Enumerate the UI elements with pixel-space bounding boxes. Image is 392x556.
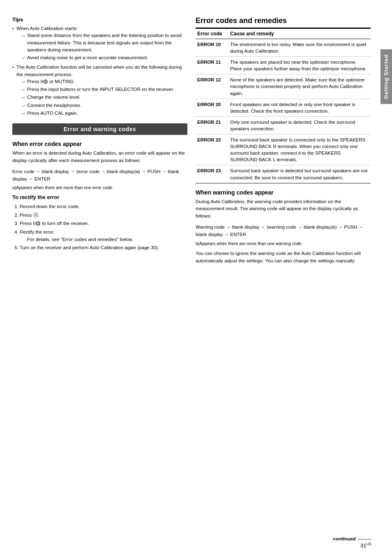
error-codes-title: Error codes and remedies xyxy=(196,16,371,25)
tips-sub-2-1: Press I/⏻ or MUTING. xyxy=(22,78,187,85)
tips-sub-2-5: Press AUTO CAL again. xyxy=(22,110,187,117)
error-table-row: ERROR 12None of the speakers are detecte… xyxy=(196,74,371,99)
tips-sub-2-4: Connect the headphones. xyxy=(22,102,187,109)
rectify-section: To rectify the error Record down the err… xyxy=(12,194,187,251)
warning-codes-body: During Auto Calibration, the warning cod… xyxy=(196,198,371,220)
col-header-code: Error code xyxy=(196,29,228,39)
rectify-steps: Record down the error code. Press ⓧ. Pre… xyxy=(12,203,187,251)
page-footer: continued 31US xyxy=(333,536,371,549)
error-code-cell: ERROR 12 xyxy=(196,74,228,99)
tips-sub-2-3: Change the volume level. xyxy=(22,94,187,101)
col-header-remedy: Cause and remedy xyxy=(228,29,371,39)
error-remedy-cell: None of the speakers are detected. Make … xyxy=(228,74,371,99)
step-3: Press I/⏻ to turn off the receiver. xyxy=(20,220,187,227)
error-table-row: ERROR 22The surround back speaker is con… xyxy=(196,134,371,165)
error-table-row: ERROR 11The speakers are placed too near… xyxy=(196,57,371,74)
warning-codes-extra: You can choose to ignore the warning cod… xyxy=(196,250,371,265)
error-table-row: ERROR 23Surround back speaker is detecte… xyxy=(196,165,371,183)
error-remedy-cell: The environment is too noisy. Make sure … xyxy=(228,39,371,57)
page-number: 31US xyxy=(360,542,371,549)
error-code-cell: ERROR 22 xyxy=(196,134,228,165)
error-remedy-cell: Surround back speaker is detected but su… xyxy=(228,165,371,183)
warning-codes-formula: Warning code → blank display → (warning … xyxy=(196,223,371,239)
step-5: Turn on the receiver and perform Auto Ca… xyxy=(20,244,187,251)
error-code-cell: ERROR 20 xyxy=(196,99,228,116)
error-code-cell: ERROR 10 xyxy=(196,39,228,57)
when-error-codes-body: When an error is detected during Auto Ca… xyxy=(12,150,187,164)
page: Getting Started Tips When Auto Calibrati… xyxy=(0,0,392,556)
tips-sub-1-1: Stand some distance from the speakers an… xyxy=(22,32,187,53)
when-error-codes-formula: Error code → blank display → (error code… xyxy=(12,168,187,183)
warning-codes-footnote: b)Appears when there are more than one w… xyxy=(196,241,371,246)
tips-section: Tips When Auto Calibration starts: Stand… xyxy=(12,16,187,117)
side-tab-label: Getting Started xyxy=(380,49,392,104)
warning-codes-title: When warning codes appear xyxy=(196,189,371,196)
when-error-codes-section: When error codes appear When an error is… xyxy=(12,141,187,190)
error-code-cell: ERROR 11 xyxy=(196,57,228,74)
error-remedy-cell: Only one surround speaker is detected. C… xyxy=(228,116,371,134)
error-table-row: ERROR 20Front speakers are not detected … xyxy=(196,99,371,116)
main-content: Tips When Auto Calibration starts: Stand… xyxy=(0,8,380,548)
step-4: Rectify the error. For details, see "Err… xyxy=(20,228,187,243)
warning-codes-section: When warning codes appear During Auto Ca… xyxy=(196,189,371,265)
error-remedy-cell: Front speakers are not detected or only … xyxy=(228,99,371,116)
error-table-row: ERROR 10The environment is too noisy. Ma… xyxy=(196,39,371,57)
step-2: Press ⓧ. xyxy=(20,211,187,219)
tips-bullet-2: The Auto Calibration function will be ca… xyxy=(12,64,187,117)
continued-label: continued xyxy=(333,536,371,541)
tips-sub-1-2: Avoid making noise to get a more accurat… xyxy=(22,54,187,61)
side-tab: Getting Started xyxy=(380,0,392,556)
error-warning-box: Error and warning codes xyxy=(12,123,187,135)
when-error-codes-footnote: a)Appears when there are more than one e… xyxy=(12,185,187,190)
error-remedy-cell: The surround back speaker is connected o… xyxy=(228,134,371,165)
tips-title: Tips xyxy=(12,16,187,23)
error-table-row: ERROR 21Only one surround speaker is det… xyxy=(196,116,371,134)
error-code-cell: ERROR 23 xyxy=(196,165,228,183)
rectify-title: To rectify the error xyxy=(12,194,187,200)
tips-body: When Auto Calibration starts: Stand some… xyxy=(12,25,187,117)
tips-bullet-1: When Auto Calibration starts: Stand some… xyxy=(12,25,187,61)
error-codes-table: Error code Cause and remedy ERROR 10The … xyxy=(196,29,371,183)
step-1: Record down the error code. xyxy=(20,203,187,210)
when-error-codes-title: When error codes appear xyxy=(12,141,187,147)
error-code-cell: ERROR 21 xyxy=(196,116,228,134)
error-remedy-cell: The speakers are placed too near the opt… xyxy=(228,57,371,74)
right-column: Error codes and remedies Error code Caus… xyxy=(196,16,371,540)
left-column: Tips When Auto Calibration starts: Stand… xyxy=(12,16,187,540)
tips-sub-2-2: Press the input buttons or turn the INPU… xyxy=(22,86,187,93)
